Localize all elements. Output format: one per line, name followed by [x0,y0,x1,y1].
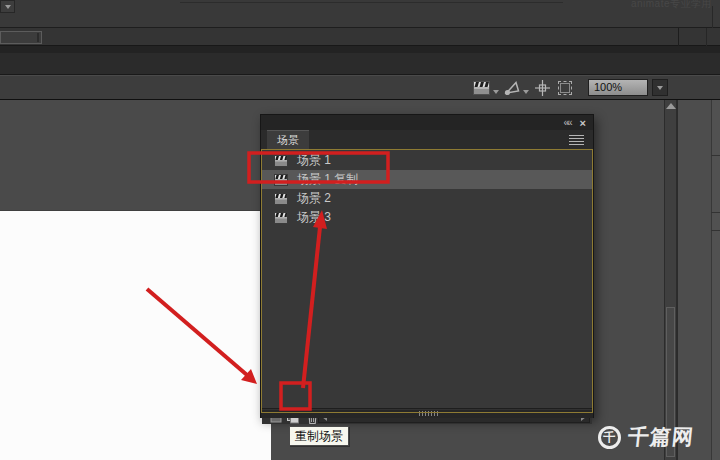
scene-label: 场景 1 [297,152,331,169]
dock-divider [712,6,713,28]
chevron-down-icon [493,90,499,94]
scene-label: 场景 2 [297,190,331,207]
corner-divider-2 [706,28,707,46]
scene-list-item[interactable]: 场景 2 [262,189,592,208]
zoom-level-input[interactable]: 100% [588,79,648,96]
dark-separator [0,46,720,53]
pasteboard-vscrollbar[interactable] [664,100,677,460]
animate-app-window: animate专业学用 [0,0,720,460]
scene-clapperboard-icon [274,174,289,186]
chevron-down-icon [5,5,11,9]
edit-symbols-button[interactable] [503,76,529,100]
edit-scene-button[interactable] [473,76,499,100]
edit-bar: 100% [0,76,720,100]
scroll-up-icon[interactable] [666,103,676,109]
corner-divider [678,28,679,46]
panel-bottom-edge [261,410,593,418]
clip-content-button[interactable] [558,76,572,100]
scene-list-item-selected[interactable]: 场景 1 复制 [262,170,592,189]
right-dock-edge [677,100,720,460]
scene-label: 场景 1 复制 [297,171,358,188]
scrollbar-thumb-grip [37,33,39,42]
panel-menu-icon[interactable] [569,135,584,146]
tooltip-duplicate-scene: 重制场景 [289,426,349,446]
edit-symbol-icon [503,80,522,96]
scene-list-item[interactable]: 场景 3 [262,208,592,227]
watermark-logo-icon: 千 [598,426,621,449]
chevron-down-icon [523,90,529,94]
timeline-bottom-strip: animate专业学用 [0,0,720,28]
clapperboard-icon [473,81,492,96]
scene-list: 场景 1 场景 1 复制 [262,149,592,408]
timeline-divider-line [180,2,563,3]
panel-tabbar: 场景 [261,130,593,149]
clip-outside-stage-icon [558,81,572,95]
scene-list-item[interactable]: 场景 1 [262,151,592,170]
panel-resize-grip[interactable] [419,411,439,416]
watermark-brand: 千篇网 [627,423,696,451]
panel-scroll-down-button[interactable] [0,0,15,13]
close-icon[interactable]: × [580,118,586,128]
scene-clapperboard-icon [274,155,289,167]
collapse-to-icons-icon[interactable]: «« [563,118,570,128]
crosshair-icon [535,80,550,96]
tab-scene[interactable]: 场景 [267,130,309,149]
scene-clapperboard-icon [274,212,289,224]
background-faint-text: animate专业学用 [631,0,712,11]
pasteboard-top-strip [0,53,720,75]
scene-clapperboard-icon [274,193,289,205]
stage-canvas[interactable] [0,210,271,460]
timeline-scrollbar-thumb[interactable] [0,31,42,44]
chevron-down-icon [657,86,663,90]
site-watermark: 千 千篇网 [598,423,694,451]
center-stage-button[interactable] [535,76,550,100]
zoom-dropdown-button[interactable] [652,79,668,96]
timeline-scrollbar-row [0,28,720,46]
collapsed-panel-strip[interactable] [711,100,720,460]
scene-label: 场景 3 [297,209,331,226]
scene-panel: «« × 场景 场景 1 [260,114,594,418]
panel-titlebar[interactable]: «« × [261,115,593,130]
